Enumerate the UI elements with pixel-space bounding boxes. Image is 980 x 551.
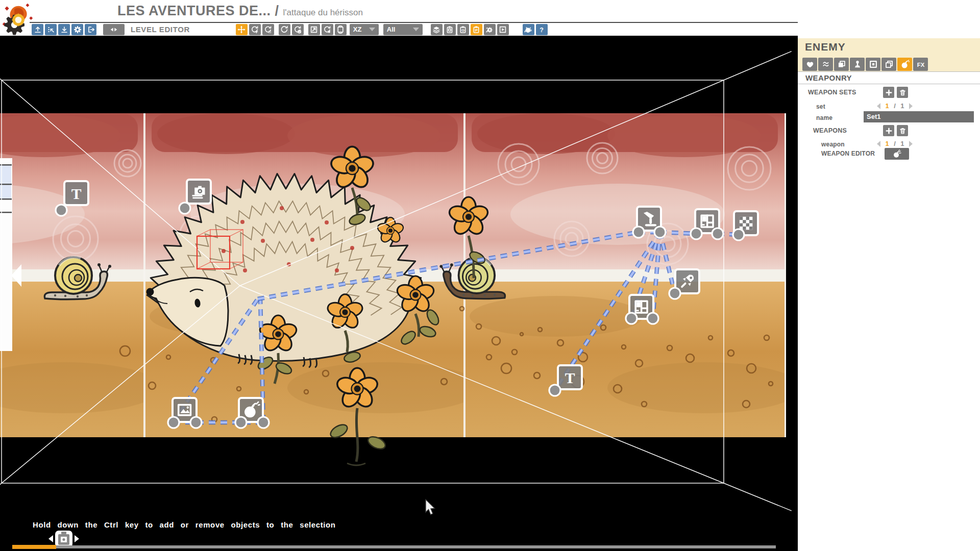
rotate-left-button[interactable]: [279, 24, 290, 35]
play-button[interactable]: [497, 24, 509, 35]
weapon-label: weapon: [821, 141, 845, 148]
weapon-current-value: 1: [885, 140, 889, 147]
add-weapon-set-button[interactable]: [883, 87, 894, 98]
path-knob[interactable]: [654, 227, 666, 238]
auto-settings-button[interactable]: [484, 24, 496, 35]
timeline-track[interactable]: [12, 545, 776, 548]
mascot-button[interactable]: [523, 24, 534, 35]
path-knob[interactable]: [235, 417, 247, 428]
rotate-timed-button[interactable]: [292, 24, 304, 35]
path-knob[interactable]: [179, 203, 190, 214]
path-knob[interactable]: [633, 227, 644, 238]
exit-icon: [87, 26, 95, 34]
next-weapon-icon[interactable]: [909, 141, 913, 147]
tab-frame[interactable]: [866, 58, 880, 71]
tab-layers[interactable]: [834, 58, 849, 71]
next-frame-icon[interactable]: [75, 535, 79, 542]
layers-icon: [432, 26, 440, 34]
weaponry-section-label: WEAPONRY: [805, 73, 852, 82]
help-button[interactable]: ?: [536, 24, 548, 35]
prev-weapon-icon[interactable]: [877, 141, 880, 147]
paste-button[interactable]: P: [471, 24, 482, 35]
set-label: set: [816, 103, 825, 110]
tab-health[interactable]: [802, 58, 817, 71]
delete-weapon-button[interactable]: [897, 125, 908, 136]
path-knob[interactable]: [712, 228, 723, 239]
flip-box-icon: [336, 26, 345, 34]
enemy-panel: ENEMY FX WEAPONRY WEAPON SETS set 1 / 1 …: [798, 36, 980, 551]
gear-icon: [74, 26, 82, 34]
text-object-marker[interactable]: T: [64, 181, 88, 205]
path-knob[interactable]: [626, 313, 637, 324]
panel-tabs: FX: [802, 58, 929, 71]
set-name-input[interactable]: Set1: [864, 111, 974, 122]
clipboard-button[interactable]: [444, 24, 456, 35]
scale-tool-button[interactable]: [308, 24, 320, 35]
tab-fx[interactable]: FX: [913, 58, 928, 71]
path-knob[interactable]: [549, 385, 560, 396]
fx-icon: FX: [916, 60, 925, 69]
flip-object-button[interactable]: [335, 24, 347, 35]
level-canvas[interactable]: TT Hold down the Ctrl key to add or remo…: [0, 36, 798, 551]
prev-frame-icon[interactable]: [48, 535, 53, 542]
next-set-icon[interactable]: [909, 103, 913, 109]
open-weapon-editor-button[interactable]: [885, 148, 909, 160]
path-knob[interactable]: [56, 205, 67, 216]
plus-icon: [885, 89, 893, 96]
scene-viewport[interactable]: TT: [0, 36, 798, 551]
tab-duplicates[interactable]: [881, 58, 896, 71]
text-icon: T: [71, 186, 82, 202]
exit-button[interactable]: [85, 24, 96, 35]
path-knob[interactable]: [669, 288, 680, 299]
clipboard-group-button[interactable]: G: [457, 24, 469, 35]
explosion-gear-logo-icon[interactable]: [1, 1, 34, 38]
checker-icon: [740, 217, 753, 230]
import-button[interactable]: [45, 24, 57, 35]
waves-icon: [821, 60, 830, 69]
add-weapon-button[interactable]: [883, 125, 894, 136]
axis-dropdown-value: XZ: [353, 26, 362, 33]
rotate-square-icon: [323, 26, 331, 34]
clipboard-icon: [446, 26, 454, 34]
rotate-cross-icon: [251, 26, 259, 34]
photo-object-marker[interactable]: [187, 180, 211, 204]
rotate-free-button[interactable]: [249, 24, 261, 35]
move-tool-button[interactable]: [236, 24, 248, 35]
trash-icon: [899, 127, 906, 135]
path-knob[interactable]: [168, 417, 179, 428]
path-knob[interactable]: [733, 229, 744, 240]
chevron-down-icon: [369, 28, 375, 31]
weapon-sets-label: WEAPON SETS: [808, 89, 856, 96]
path-knob[interactable]: [691, 228, 702, 239]
rotate-icon: [280, 26, 288, 34]
tab-movement[interactable]: [818, 58, 833, 71]
tab-controls[interactable]: [850, 58, 865, 71]
help-button-group: ?: [523, 24, 549, 35]
copies-icon: [885, 60, 894, 69]
timeline-progress[interactable]: [12, 545, 56, 549]
delete-weapon-set-button[interactable]: [897, 87, 908, 98]
download-button[interactable]: [58, 24, 70, 35]
level-editor-mode-button[interactable]: [103, 24, 125, 35]
help-icon: ?: [537, 26, 546, 34]
path-knob[interactable]: [190, 417, 202, 428]
weapon-total-value: 1: [900, 140, 904, 147]
filter-dropdown-value: All: [387, 26, 396, 33]
resize-horizontal-icon: [109, 25, 118, 34]
clipboard-p-icon: P: [472, 26, 480, 34]
path-knob[interactable]: [258, 417, 269, 428]
path-knob[interactable]: [647, 313, 658, 324]
settings-button[interactable]: [71, 24, 83, 35]
weaponry-section-header: WEAPONRY: [798, 71, 980, 84]
svg-text:T: T: [71, 186, 82, 202]
svg-text:FX: FX: [917, 62, 924, 68]
rotate-object-button[interactable]: [322, 24, 333, 35]
text-object-marker-2[interactable]: T: [558, 365, 582, 389]
axis-dropdown[interactable]: XZ: [350, 24, 379, 35]
filter-dropdown[interactable]: All: [383, 24, 423, 35]
tab-weaponry[interactable]: [897, 58, 912, 71]
rotate-snap-button[interactable]: [262, 24, 274, 35]
prev-set-icon[interactable]: [877, 103, 880, 109]
play-icon: [499, 26, 507, 34]
layers-button[interactable]: [431, 24, 443, 35]
